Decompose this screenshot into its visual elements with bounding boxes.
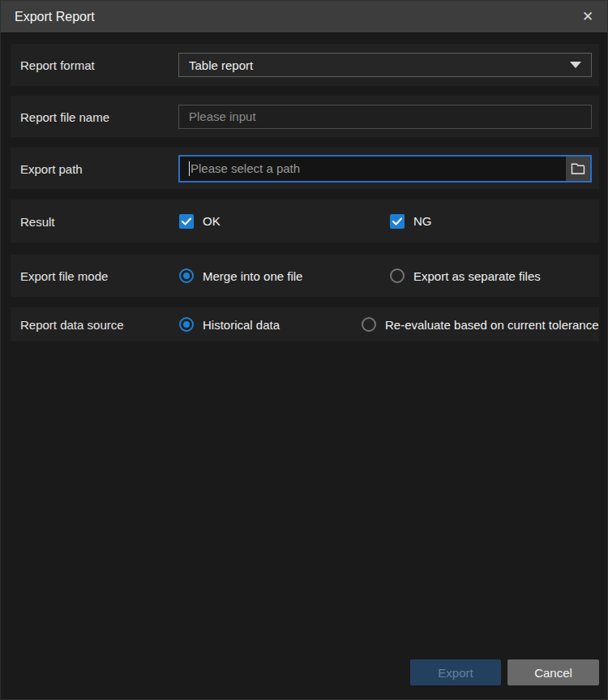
- row-report-data-source: Report data source Historical data Re-ev…: [11, 307, 599, 341]
- radio-unselected-icon: [390, 268, 405, 283]
- export-path-input[interactable]: [190, 157, 566, 181]
- export-button[interactable]: Export: [410, 659, 501, 685]
- checkbox-checked-icon: [179, 214, 194, 229]
- re-evaluate-label: Re-evaluate based on current tolerance: [385, 318, 599, 332]
- radio-selected-icon: [179, 317, 194, 332]
- dialog-titlebar: Export Report ✕: [1, 1, 608, 33]
- row-report-file-name: Report file name: [11, 96, 599, 137]
- report-data-source-label: Report data source: [20, 318, 124, 332]
- export-path-label: Export path: [20, 161, 83, 175]
- close-icon: ✕: [582, 9, 593, 24]
- result-ok-label: OK: [203, 214, 221, 228]
- result-option-ok[interactable]: OK: [179, 214, 221, 229]
- dialog-title: Export Report: [15, 10, 95, 24]
- export-file-mode-label: Export file mode: [20, 269, 108, 283]
- check-icon: [392, 217, 402, 225]
- checkbox-checked-icon: [390, 214, 405, 229]
- result-option-ng[interactable]: NG: [390, 214, 432, 229]
- report-file-name-label: Report file name: [20, 110, 109, 123]
- export-report-dialog: Export Report ✕ Report format Table repo…: [0, 0, 608, 700]
- cancel-button[interactable]: Cancel: [507, 659, 599, 685]
- export-file-mode-option-merge[interactable]: Merge into one file: [179, 268, 302, 283]
- report-file-name-input[interactable]: [178, 105, 592, 129]
- report-format-dropdown[interactable]: Table report: [178, 53, 592, 77]
- radio-unselected-icon: [362, 317, 376, 332]
- radio-selected-icon: [179, 268, 194, 283]
- report-format-label: Report format: [20, 58, 95, 72]
- result-ng-label: NG: [413, 214, 432, 228]
- merge-into-one-file-label: Merge into one file: [203, 269, 302, 283]
- result-label: Result: [20, 214, 55, 228]
- export-as-separate-files-label: Export as separate files: [413, 269, 541, 283]
- report-format-selected-value: Table report: [189, 58, 570, 72]
- export-path-field: [178, 155, 592, 183]
- row-result: Result OK NG: [11, 200, 599, 243]
- report-data-source-option-reevaluate[interactable]: Re-evaluate based on current tolerance: [362, 317, 599, 332]
- chevron-down-icon: [570, 62, 581, 68]
- folder-icon: [571, 162, 585, 175]
- historical-data-label: Historical data: [203, 318, 280, 332]
- row-report-format: Report format Table report: [11, 44, 599, 86]
- row-export-path: Export path: [11, 148, 599, 189]
- row-export-file-mode: Export file mode Merge into one file Exp…: [11, 255, 599, 297]
- check-icon: [182, 217, 191, 225]
- report-data-source-option-historical[interactable]: Historical data: [179, 317, 280, 332]
- browse-path-button[interactable]: [566, 157, 590, 181]
- export-file-mode-option-separate[interactable]: Export as separate files: [390, 268, 541, 283]
- close-button[interactable]: ✕: [573, 1, 602, 33]
